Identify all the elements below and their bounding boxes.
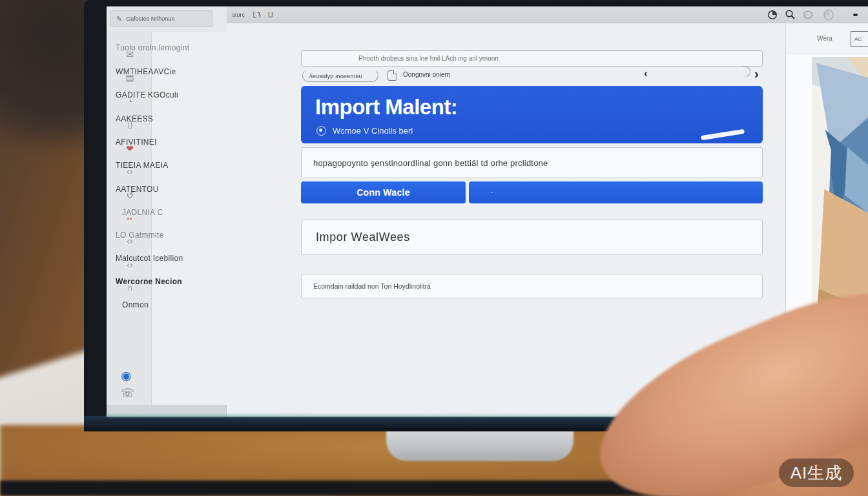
main-content: /ieusidyp inoeemau Oongnvni oniem ‹ › Im… <box>301 23 763 405</box>
sidebar-item[interactable]: Onmon <box>122 300 229 309</box>
sidebar-item[interactable]: JADLNIA C <box>122 208 229 217</box>
sidebar-item[interactable]: WMTIHEAAVCie <box>116 67 222 76</box>
menu-item-store[interactable]: storc <box>232 12 245 18</box>
sidebar-item[interactable]: Tuolo oroln.lemogint <box>116 43 222 52</box>
info-box: hopagopoynto şenstinoordlinal gonn betti… <box>301 147 763 178</box>
tab-row: /ieusidyp inoeemau Oongnvni oniem ‹ › <box>301 67 763 83</box>
sidebar-item[interactable]: TIEEIA MAEIA <box>116 161 222 170</box>
connect-button[interactable]: Conn Wacle <box>301 181 466 203</box>
forward-arrow-icon[interactable]: › <box>754 67 759 81</box>
right-panel-header: Wèra AC <box>786 23 868 54</box>
pie-icon[interactable] <box>767 10 778 20</box>
phone-icon[interactable]: ☏ <box>121 386 134 400</box>
sidebar-item[interactable]: GADITE KGOculi <box>116 90 222 99</box>
tab-doc-label[interactable]: Oongnvni oniem <box>403 71 450 78</box>
sidebar-item[interactable]: Wercorne Necion <box>116 277 222 286</box>
hand-scribble-icon[interactable] <box>822 9 834 21</box>
ai-watermark: AI生成 <box>779 459 854 487</box>
arc-icon <box>738 65 752 79</box>
globe-icon <box>316 126 326 136</box>
note-box: Ecomdain raildad non Ton Hoydlinolitrá <box>301 274 763 298</box>
search-icon[interactable] <box>785 9 796 20</box>
chat-scribble-icon[interactable] <box>803 10 814 20</box>
menu-item-u[interactable]: U <box>268 11 273 19</box>
back-arrow-icon[interactable]: ‹ <box>644 67 648 80</box>
banner-dash-decoration <box>701 129 745 141</box>
import-section-box[interactable]: Impor WealWees <box>301 220 763 255</box>
sidebar-item[interactable]: LO Gatmmite <box>116 231 222 240</box>
tab-pill[interactable]: /ieusidyp inoeemau <box>302 69 378 82</box>
sidebar-item[interactable]: AFIVITINEI <box>116 138 222 147</box>
sidebar-item[interactable]: Malcutcot Icebilion <box>116 254 222 263</box>
banner-title: Import Malent: <box>315 95 457 119</box>
button-row: Conn Wacle · <box>301 181 763 203</box>
right-panel-title: Wèra <box>817 35 832 42</box>
sidebar-header-label: Gafostes Nrlhonun <box>126 16 174 22</box>
pen-icon: ✎ <box>116 15 122 23</box>
document-icon[interactable] <box>388 70 397 81</box>
sidebar-header[interactable]: ✎ Gafostes Nrlhonun <box>110 10 212 27</box>
banner-subtitle-row: Wcmoe V Cinolls berl <box>316 126 413 136</box>
sidebar-top: ✎ Gafostes Nrlhonun <box>107 6 227 32</box>
sidebar-item[interactable]: AATENTOU <box>116 185 222 194</box>
bracket-icon[interactable] <box>253 10 262 19</box>
monitor-stand <box>386 426 574 461</box>
sidebar-item[interactable]: AAKEESS <box>116 114 222 123</box>
window-control-dot[interactable] <box>853 14 858 16</box>
banner-subtitle: Wcmoe V Cinolls berl <box>333 126 413 136</box>
toggle-icon[interactable]: ◉ <box>121 368 132 383</box>
secondary-button[interactable]: · <box>469 181 763 203</box>
import-banner: Import Malent: Wcmoe V Cinolls berl <box>301 86 763 143</box>
tab-pill-label: /ieusidyp inoeemau <box>309 72 362 79</box>
search-input[interactable] <box>301 50 763 67</box>
right-panel-cut-field[interactable]: AC <box>851 31 868 46</box>
